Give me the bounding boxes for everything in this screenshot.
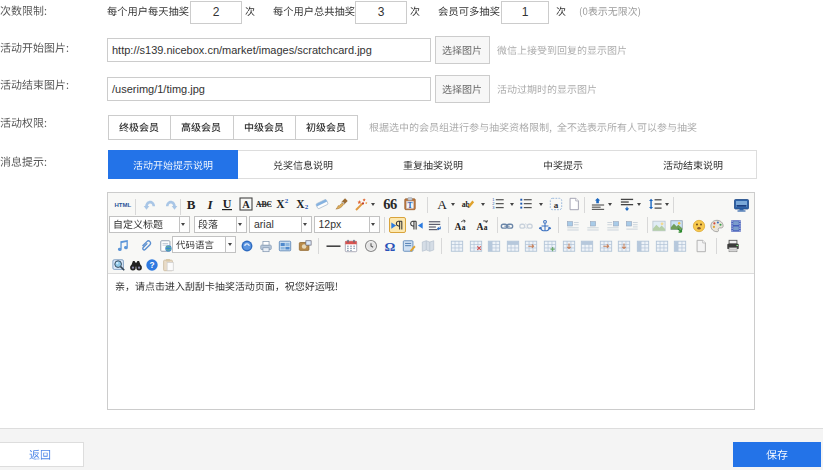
svg-text:T: T <box>408 201 413 210</box>
svg-text:B: B <box>187 197 196 211</box>
svg-text:2: 2 <box>305 203 309 211</box>
svg-text:A: A <box>476 221 483 232</box>
svg-text:a: a <box>484 223 488 232</box>
svg-text:U: U <box>223 197 232 211</box>
svg-text:?: ? <box>149 260 154 270</box>
svg-text:66: 66 <box>383 197 397 211</box>
svg-text:Ω: Ω <box>385 239 396 253</box>
svg-text:I: I <box>206 197 213 211</box>
svg-text:A: A <box>242 199 250 210</box>
svg-text:A: A <box>437 197 447 211</box>
svg-text:A: A <box>454 221 461 232</box>
svg-text:a: a <box>554 200 559 210</box>
svg-text:a: a <box>462 223 466 232</box>
svg-text:3: 3 <box>492 205 495 210</box>
svg-text:2: 2 <box>285 197 289 205</box>
